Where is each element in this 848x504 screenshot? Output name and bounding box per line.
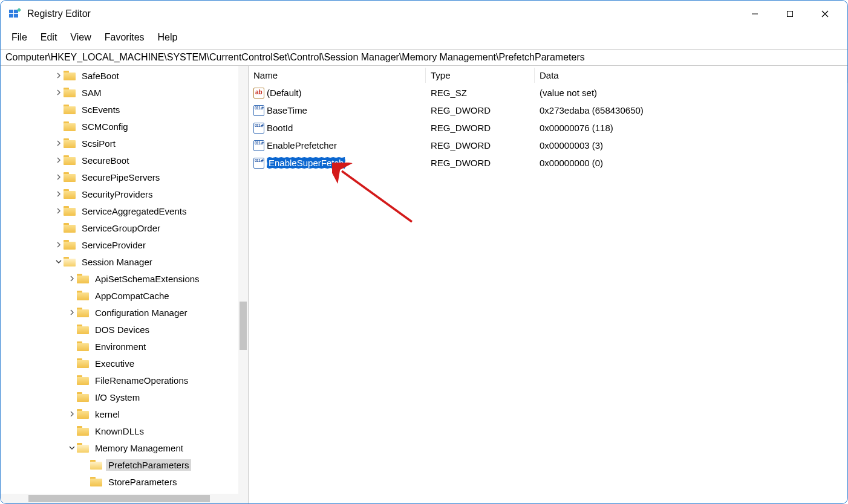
tree-node[interactable]: SecurePipeServers bbox=[1, 169, 248, 186]
tree-node-label: kernel bbox=[93, 409, 122, 420]
tree-node-label: DOS Devices bbox=[93, 324, 152, 335]
value-type-cell: REG_DWORD bbox=[426, 104, 535, 117]
column-header-name[interactable]: Name bbox=[249, 68, 426, 83]
tree-node-label: StoreParameters bbox=[106, 476, 179, 488]
tree-node[interactable]: AppCompatCache bbox=[1, 287, 248, 304]
tree-node[interactable]: SAM bbox=[1, 84, 248, 101]
maximize-button[interactable] bbox=[772, 3, 807, 25]
tree-node-label: ScsiPort bbox=[79, 138, 118, 149]
dword-value-icon bbox=[253, 140, 264, 151]
titlebar[interactable]: Registry Editor bbox=[1, 1, 847, 27]
column-header-data[interactable]: Data bbox=[535, 68, 847, 83]
tree-pane: SafeBootSAM ScEvents SCMConfigScsiPortSe… bbox=[1, 66, 249, 503]
tree-node[interactable]: ServiceProvider bbox=[1, 236, 248, 253]
chevron-right-icon[interactable] bbox=[54, 242, 64, 248]
tree-node[interactable]: ScsiPort bbox=[1, 135, 248, 152]
folder-icon bbox=[77, 426, 89, 436]
window-frame: Registry Editor File Edit View Favorites… bbox=[0, 0, 848, 504]
menu-view[interactable]: View bbox=[64, 30, 97, 45]
tree-node[interactable]: Executive bbox=[1, 355, 248, 372]
folder-icon bbox=[64, 121, 76, 131]
tree-node-label: ServiceProvider bbox=[79, 239, 148, 251]
value-name-cell: BaseTime bbox=[249, 104, 426, 117]
tree-node[interactable]: SecureBoot bbox=[1, 152, 248, 169]
tree-node[interactable]: DOS Devices bbox=[1, 321, 248, 338]
chevron-right-icon[interactable] bbox=[54, 191, 64, 197]
chevron-down-icon[interactable] bbox=[54, 259, 64, 265]
value-name-cell: BootId bbox=[249, 121, 426, 135]
folder-icon bbox=[64, 172, 76, 182]
tree-node[interactable]: SCMConfig bbox=[1, 118, 248, 135]
chevron-right-icon[interactable] bbox=[54, 89, 64, 95]
chevron-right-icon[interactable] bbox=[67, 411, 77, 417]
tree-node[interactable]: SafeBoot bbox=[1, 67, 248, 84]
tree-node[interactable]: StoreParameters bbox=[1, 473, 248, 490]
tree-node[interactable]: ScEvents bbox=[1, 101, 248, 118]
tree-node-label: Memory Management bbox=[93, 442, 186, 454]
value-type-cell: REG_DWORD bbox=[426, 121, 535, 134]
tree-node[interactable]: ApiSetSchemaExtensions bbox=[1, 270, 248, 287]
tree-node[interactable]: Configuration Manager bbox=[1, 304, 248, 321]
value-name-cell: EnablePrefetcher bbox=[249, 139, 426, 152]
registry-value-row[interactable]: BootIdREG_DWORD0x00000076 (118) bbox=[249, 119, 847, 137]
registry-value-row[interactable]: (Default)REG_SZ(value not set) bbox=[249, 84, 847, 102]
registry-value-row[interactable]: BaseTimeREG_DWORD0x273edaba (658430650) bbox=[249, 102, 847, 119]
folder-icon bbox=[77, 443, 89, 453]
menu-file[interactable]: File bbox=[5, 30, 33, 45]
column-header-type[interactable]: Type bbox=[426, 68, 535, 83]
menu-help[interactable]: Help bbox=[152, 30, 184, 45]
value-data-cell: 0x00000003 (3) bbox=[535, 139, 847, 152]
minimize-button[interactable] bbox=[737, 3, 772, 25]
value-name-cell: EnableSuperFetch bbox=[249, 156, 426, 170]
folder-icon bbox=[64, 223, 76, 233]
value-data-cell: 0x273edaba (658430650) bbox=[535, 104, 847, 117]
tree-node[interactable]: SecurityProviders bbox=[1, 186, 248, 202]
tree-horizontal-scrollbar[interactable] bbox=[1, 494, 248, 503]
tree-node[interactable]: Memory Management bbox=[1, 439, 248, 456]
tree-node[interactable]: PrefetchParameters bbox=[1, 456, 248, 473]
folder-icon bbox=[64, 155, 76, 165]
tree-node-label: Session Manager bbox=[79, 256, 155, 268]
folder-icon bbox=[64, 88, 76, 97]
tree-node-label: FileRenameOperations bbox=[93, 375, 191, 386]
chevron-right-icon[interactable] bbox=[54, 208, 64, 214]
chevron-right-icon[interactable] bbox=[54, 140, 64, 146]
tree-node-label: ApiSetSchemaExtensions bbox=[93, 273, 202, 285]
folder-icon bbox=[64, 138, 76, 148]
tree-node[interactable]: KnownDLLs bbox=[1, 422, 248, 439]
tree-node[interactable]: Environment bbox=[1, 338, 248, 355]
tree-node[interactable]: I/O System bbox=[1, 389, 248, 405]
scrollbar-thumb[interactable] bbox=[28, 495, 210, 502]
chevron-right-icon[interactable] bbox=[54, 157, 64, 163]
tree-node-label: SAM bbox=[79, 87, 104, 99]
address-bar[interactable]: Computer\HKEY_LOCAL_MACHINE\SYSTEM\Curre… bbox=[1, 49, 847, 66]
svg-rect-6 bbox=[788, 11, 793, 17]
folder-icon bbox=[77, 274, 89, 283]
value-data-cell: 0x00000076 (118) bbox=[535, 121, 847, 134]
tree-node-label: Configuration Manager bbox=[93, 307, 190, 318]
dword-value-icon bbox=[253, 158, 264, 169]
chevron-right-icon[interactable] bbox=[54, 73, 64, 79]
chevron-right-icon[interactable] bbox=[54, 174, 64, 180]
tree-node[interactable]: kernel bbox=[1, 405, 248, 422]
chevron-right-icon[interactable] bbox=[67, 276, 77, 282]
registry-value-row[interactable]: EnablePrefetcherREG_DWORD0x00000003 (3) bbox=[249, 137, 847, 154]
chevron-down-icon[interactable] bbox=[67, 445, 77, 451]
value-name: BaseTime bbox=[267, 105, 307, 115]
close-button[interactable] bbox=[807, 3, 843, 25]
tree-node[interactable]: ServiceAggregatedEvents bbox=[1, 202, 248, 219]
menu-edit[interactable]: Edit bbox=[34, 30, 64, 45]
value-type-cell: REG_SZ bbox=[426, 86, 535, 99]
chevron-right-icon[interactable] bbox=[67, 309, 77, 315]
dword-value-icon bbox=[253, 123, 264, 134]
menu-favorites[interactable]: Favorites bbox=[99, 30, 151, 45]
scrollbar-thumb[interactable] bbox=[240, 302, 247, 350]
tree-node[interactable]: FileRenameOperations bbox=[1, 372, 248, 389]
tree-node[interactable]: ServiceGroupOrder bbox=[1, 219, 248, 236]
folder-icon bbox=[90, 477, 102, 486]
value-name: EnablePrefetcher bbox=[267, 140, 337, 150]
tree-scroll[interactable]: SafeBootSAM ScEvents SCMConfigScsiPortSe… bbox=[1, 66, 248, 494]
tree-node[interactable]: Session Manager bbox=[1, 253, 248, 270]
registry-value-row[interactable]: EnableSuperFetchREG_DWORD0x00000000 (0) bbox=[249, 154, 847, 172]
tree-vertical-scrollbar[interactable] bbox=[238, 66, 248, 494]
